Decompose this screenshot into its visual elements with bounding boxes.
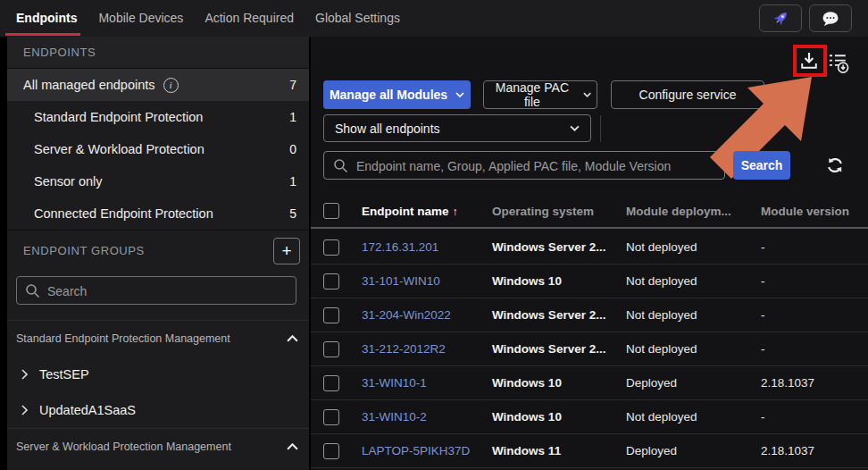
nav-tab[interactable]: Global Settings xyxy=(315,0,400,36)
endpoint-name-link[interactable]: LAPTOP-5PIKH37D xyxy=(362,434,470,467)
sidebar-item-label: All managed endpoints xyxy=(23,78,155,92)
sidebar-item[interactable]: Standard Endpoint Protection 1 xyxy=(7,101,309,133)
group-tree-node[interactable]: UpdatedA1SaaS xyxy=(7,392,309,428)
sidebar-item-label: Server & Workload Protection xyxy=(34,142,204,156)
col-module-deployment[interactable]: Module deploym... xyxy=(626,195,731,229)
nav-tab-label: Action Required xyxy=(204,11,294,25)
sidebar-item-count: 1 xyxy=(289,110,296,124)
os-cell: Windows 11 xyxy=(492,434,561,467)
manage-all-modules-button[interactable]: Manage all Modules xyxy=(323,80,471,109)
download-agent-button[interactable] xyxy=(798,47,823,74)
table-row: 31-101-WIN10 Windows 10 Not deployed - xyxy=(311,264,868,298)
nav-tabs: EndpointsMobile DevicesAction RequiredGl… xyxy=(0,0,400,36)
sidebar-item-label: Standard Endpoint Protection xyxy=(34,110,203,124)
os-cell: Windows 10 xyxy=(492,366,562,399)
row-checkbox[interactable] xyxy=(323,375,339,391)
chevron-up-icon[interactable] xyxy=(287,443,298,450)
deployment-history-icon xyxy=(827,51,849,74)
sidebar-item[interactable]: All managed endpoints i 7 xyxy=(7,69,309,101)
refresh-button[interactable] xyxy=(825,155,845,175)
manage-pac-file-button[interactable]: Manage PAC file xyxy=(483,80,597,109)
top-nav: EndpointsMobile DevicesAction RequiredGl… xyxy=(0,0,868,38)
endpoint-name-link[interactable]: 31-101-WIN10 xyxy=(362,264,440,298)
table-row: 31-WIN10-2 Windows 10 Not deployed - xyxy=(311,400,868,434)
select-all-checkbox[interactable] xyxy=(323,203,339,219)
endpoint-search-input[interactable] xyxy=(355,152,719,180)
nav-tab[interactable]: Mobile Devices xyxy=(98,0,183,36)
sidebar-item[interactable]: Server & Workload Protection 0 xyxy=(7,133,309,165)
endpoint-filter-dropdown[interactable]: Show all endpoints xyxy=(323,114,591,142)
deployment-cell: Not deployed xyxy=(626,332,697,365)
row-checkbox[interactable] xyxy=(323,341,339,357)
chevron-up-icon[interactable] xyxy=(287,335,298,342)
group-tree-node[interactable]: TestSEP xyxy=(7,357,309,392)
chevron-down-icon xyxy=(583,92,591,97)
endpoint-groups-tree: Standard Endpoint Protection Management … xyxy=(7,320,309,465)
endpoint-category-list: All managed endpoints i 7 Standard Endpo… xyxy=(7,69,309,230)
nav-tab-label: Endpoints xyxy=(16,11,77,25)
os-cell: Windows Server 2... xyxy=(492,231,605,264)
deployment-cell: Not deployed xyxy=(626,400,697,433)
table-row: 31-212-2012R2 Windows Server 2... Not de… xyxy=(311,332,868,366)
configure-service-label: Configure service xyxy=(639,88,737,102)
group-section-header[interactable]: Standard Endpoint Protection Management xyxy=(7,320,309,357)
sidebar-item[interactable]: Sensor only 1 xyxy=(7,165,309,197)
endpoint-filter-value: Show all endpoints xyxy=(335,122,440,136)
deployment-history-button[interactable] xyxy=(827,50,850,75)
col-endpoint-name[interactable]: Endpoint name↑ xyxy=(362,195,458,229)
configure-service-button[interactable]: Configure service xyxy=(611,80,764,109)
group-section-label: Standard Endpoint Protection Management xyxy=(16,332,230,345)
chat-button[interactable] xyxy=(809,4,852,32)
chat-icon xyxy=(822,11,839,27)
sort-asc-icon: ↑ xyxy=(453,206,458,218)
group-section-header[interactable]: Server & Workload Protection Management xyxy=(7,428,309,465)
group-node-label: TestSEP xyxy=(39,367,89,382)
endpoint-management-app: EndpointsMobile DevicesAction RequiredGl… xyxy=(0,0,868,470)
row-checkbox[interactable] xyxy=(323,443,339,459)
manage-pac-file-label: Manage PAC file xyxy=(489,80,575,109)
endpoint-name-link[interactable]: 31-212-2012R2 xyxy=(362,332,446,365)
search-button[interactable]: Search xyxy=(733,151,790,180)
endpoint-name-link[interactable]: 31-WIN10-2 xyxy=(362,400,427,433)
group-node-label: UpdatedA1SaaS xyxy=(39,403,136,417)
toolbar-divider xyxy=(600,115,601,142)
download-icon xyxy=(798,49,820,72)
row-checkbox[interactable] xyxy=(323,307,339,323)
sidebar-item-count: 5 xyxy=(289,206,296,221)
nav-tab[interactable]: Endpoints xyxy=(16,0,77,36)
sidebar-search-input[interactable] xyxy=(46,277,290,306)
nav-tab-label: Mobile Devices xyxy=(98,11,183,25)
endpoint-name-link[interactable]: 31-204-Win2022 xyxy=(362,298,451,332)
group-section-label: Server & Workload Protection Management xyxy=(16,441,231,453)
sidebar: ENDPOINTS All managed endpoints i 7 Stan… xyxy=(7,37,309,470)
endpoint-name-link[interactable]: 31-WIN10-1 xyxy=(362,366,427,399)
chevron-down-icon xyxy=(455,92,464,97)
sidebar-item-count: 1 xyxy=(289,174,296,189)
endpoint-name-link[interactable]: 172.16.31.201 xyxy=(362,231,438,264)
add-group-button[interactable]: + xyxy=(273,238,300,264)
row-checkbox[interactable] xyxy=(323,273,339,290)
table-row: 31-204-Win2022 Windows Server 2... Not d… xyxy=(311,298,868,332)
manage-all-modules-label: Manage all Modules xyxy=(330,88,447,102)
chevron-right-icon[interactable] xyxy=(21,369,28,380)
os-cell: Windows 10 xyxy=(492,400,562,433)
nav-tab[interactable]: Action Required xyxy=(204,0,294,36)
refresh-icon xyxy=(825,155,845,175)
sidebar-item[interactable]: Connected Endpoint Protection 5 xyxy=(7,197,309,230)
row-checkbox[interactable] xyxy=(323,239,339,256)
table-body: 172.16.31.201 Windows Server 2... Not de… xyxy=(311,231,868,468)
os-cell: Windows Server 2... xyxy=(492,298,605,332)
version-cell: - xyxy=(761,400,765,433)
row-checkbox[interactable] xyxy=(323,409,339,425)
endpoint-groups-section: ENDPOINT GROUPS + xyxy=(7,230,309,272)
info-icon[interactable]: i xyxy=(163,78,179,93)
sidebar-item-count: 7 xyxy=(289,78,296,92)
rocket-button[interactable] xyxy=(759,4,802,32)
col-operating-system[interactable]: Operating system xyxy=(492,195,594,229)
col-module-version[interactable]: Module version xyxy=(761,195,849,229)
chevron-down-icon xyxy=(570,125,580,131)
version-cell: - xyxy=(761,264,765,298)
chevron-right-icon[interactable] xyxy=(21,405,28,415)
os-cell: Windows 10 xyxy=(492,264,562,298)
deployment-cell: Not deployed xyxy=(626,264,697,298)
